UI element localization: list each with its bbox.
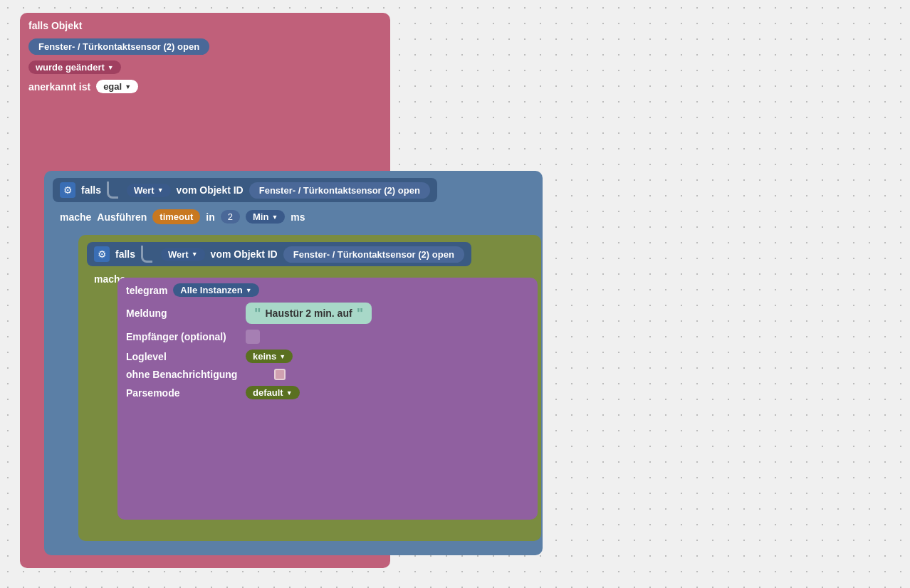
message-text: Haustür 2 min. auf	[265, 308, 352, 319]
object-name-badge-inner2[interactable]: Fenster- / Türkontaktsensor (2) open	[283, 246, 464, 263]
connector-1	[107, 182, 118, 199]
object-name-badge-1[interactable]: Fenster- / Türkontaktsensor (2) open	[28, 38, 209, 55]
wert-dropdown-1[interactable]: Wert	[127, 184, 171, 197]
quote-open-icon: "	[254, 306, 261, 320]
parsemode-dropdown[interactable]: default	[246, 386, 300, 399]
falls-objekt-label: falls Objekt	[28, 20, 82, 31]
meldung-label: Meldung	[126, 308, 240, 319]
empfaenger-label: Empfänger (optional)	[126, 331, 240, 342]
ausfuehren-label: Ausführen	[97, 211, 147, 223]
falls-label-2: falls	[115, 248, 135, 260]
ohne-benachrichtigung-checkbox[interactable]	[274, 369, 286, 380]
loglevel-label: Loglevel	[126, 351, 240, 362]
connector-2	[141, 246, 152, 263]
object-name-badge-inner1[interactable]: Fenster- / Türkontaktsensor (2) open	[249, 182, 430, 199]
egal-dropdown[interactable]: egal	[96, 80, 138, 93]
ms-label: ms	[291, 211, 305, 223]
telegram-label: telegram	[126, 285, 167, 296]
gear-icon-2[interactable]: ⚙	[94, 246, 110, 262]
num-value[interactable]: 2	[221, 210, 240, 224]
falls-label-1: falls	[81, 184, 101, 196]
mache-label-1: mache	[60, 211, 91, 223]
gear-icon-1[interactable]: ⚙	[60, 182, 75, 198]
vom-objekt-id-label-1: vom Objekt ID	[177, 184, 244, 196]
anerkannt-ist-label: anerkannt ist	[28, 81, 90, 93]
empfaenger-input[interactable]	[246, 330, 260, 344]
min-dropdown[interactable]: Min	[246, 210, 285, 224]
in-label: in	[206, 211, 214, 223]
wurde-geaendert-dropdown[interactable]: wurde geändert	[28, 61, 121, 74]
telegram-block: telegram Alle Instanzen Meldung " Haustü…	[117, 278, 538, 520]
timeout-badge: timeout	[152, 209, 200, 224]
ohne-benachrichtigung-label: ohne Benachrichtigung	[126, 369, 268, 380]
quote-close-icon: "	[357, 306, 363, 320]
falls-header-1: ⚙ falls Wert vom Objekt ID Fenster- / Tü…	[53, 178, 437, 202]
wert-dropdown-2[interactable]: Wert	[161, 248, 205, 261]
parsemode-label: Parsemode	[126, 387, 240, 399]
loglevel-dropdown[interactable]: keins	[246, 350, 293, 363]
falls-header-2: ⚙ falls Wert vom Objekt ID Fenster- / Tü…	[87, 242, 471, 266]
alle-instanzen-dropdown[interactable]: Alle Instanzen	[173, 283, 258, 297]
message-string-block[interactable]: " Haustür 2 min. auf "	[246, 303, 372, 324]
vom-objekt-id-label-2: vom Objekt ID	[211, 248, 278, 260]
